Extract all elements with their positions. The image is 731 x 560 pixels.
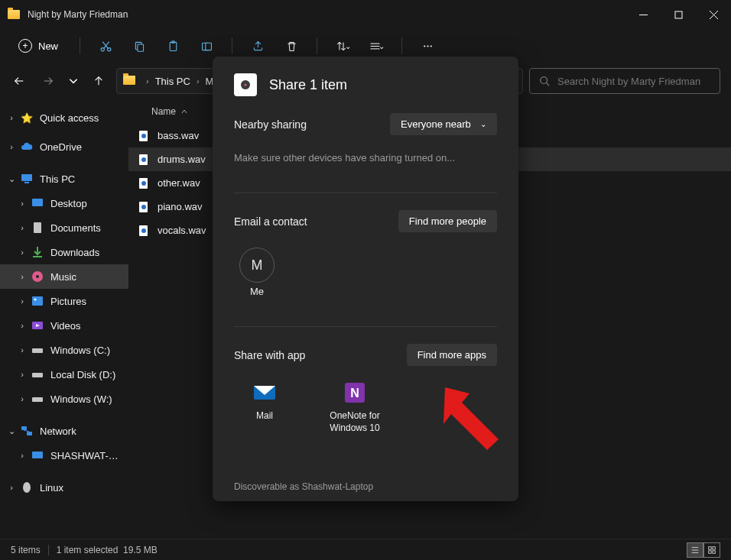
svg-line-38 [24,430,29,432]
file-name: other.wav [158,177,200,189]
cloud-icon [20,140,34,154]
chevron-right-icon: › [17,345,28,354]
folder-icon [123,76,137,86]
titlebar: Night by Marty Friedman [0,0,731,29]
window-title: Night by Marty Friedman [28,9,625,20]
chevron-down-icon: ⌄ [345,42,351,50]
svg-point-5 [107,47,110,50]
paste-button[interactable] [158,32,187,60]
sidebar-item-music[interactable]: ›Music [0,264,128,289]
star-icon: ⭐ [20,111,34,125]
chevron-down-icon: ⌄ [480,120,486,128]
svg-point-42 [141,134,146,138]
sidebar-item-videos[interactable]: ›Videos [0,313,128,338]
sidebar-item-network[interactable]: ⌄Network [0,419,128,443]
sidebar: ›⭐Quick access ›OneDrive ⌄This PC ›Deskt… [0,99,128,539]
svg-rect-13 [205,43,211,50]
app-label: Mail [256,410,273,422]
svg-rect-22 [21,174,32,181]
cut-button[interactable] [91,32,120,60]
view-details-button[interactable] [687,542,703,558]
svg-rect-39 [32,452,43,458]
audio-file-icon [138,154,150,166]
svg-rect-34 [32,373,43,377]
audio-file-icon [138,225,150,237]
find-people-button[interactable]: Find more people [398,210,497,232]
sidebar-item-shashwat[interactable]: ›SHASHWAT-LAPTOP [0,443,128,468]
column-name[interactable]: Name [151,106,176,117]
svg-point-48 [141,205,146,209]
find-apps-button[interactable]: Find more apps [407,344,497,366]
more-button[interactable] [413,32,442,60]
sidebar-item-onedrive[interactable]: ›OneDrive [0,134,128,159]
nearby-value: Everyone nearb [401,118,471,130]
recent-button[interactable] [66,70,81,92]
chevron-right-icon: › [193,76,203,86]
search-input[interactable] [557,76,710,87]
close-button[interactable] [696,0,731,29]
svg-point-40 [23,482,31,493]
svg-rect-29 [32,296,43,306]
chevron-down-icon: ⌄ [378,42,385,50]
svg-point-18 [427,45,428,47]
forward-button[interactable] [37,70,60,92]
download-icon [31,245,44,259]
mail-icon [252,380,278,406]
sidebar-item-windows-w[interactable]: ›Windows (W:) [0,387,128,411]
svg-text:N: N [350,387,359,400]
minimize-button[interactable] [625,0,661,29]
svg-rect-54 [709,546,711,549]
svg-point-28 [36,275,39,278]
new-button[interactable]: + New [8,36,69,56]
svg-point-30 [34,299,37,301]
breadcrumb-segment[interactable]: This PC [154,76,192,87]
sidebar-item-pictures[interactable]: ›Pictures [0,289,128,313]
chevron-right-icon: › [17,370,28,379]
email-contact-label: Email a contact [234,215,307,228]
status-count: 5 items [11,545,41,555]
up-button[interactable] [87,70,110,92]
file-name: piano.wav [158,201,203,212]
share-button[interactable] [243,32,272,60]
sidebar-item-desktop[interactable]: ›Desktop [0,191,128,215]
folder-icon [8,8,20,21]
chevron-right-icon: › [17,394,28,403]
maximize-button[interactable] [661,0,696,29]
svg-rect-57 [713,550,715,552]
file-name: bass.wav [158,130,199,141]
sidebar-item-quick-access[interactable]: ›⭐Quick access [0,105,128,130]
contact-name: Me [250,286,264,297]
sidebar-item-this-pc[interactable]: ⌄This PC [0,167,128,191]
contact-avatar[interactable]: M [239,248,275,283]
audio-file-icon [138,177,150,189]
delete-button[interactable] [277,32,306,60]
svg-rect-9 [137,44,143,50]
sidebar-item-downloads[interactable]: ›Downloads [0,240,128,264]
svg-rect-37 [27,432,32,435]
svg-rect-35 [32,397,43,402]
network-icon [20,424,34,438]
svg-rect-55 [713,546,715,549]
app-mail[interactable]: Mail [234,380,295,434]
chevron-down-icon: ⌄ [6,174,17,184]
back-button[interactable] [8,70,31,92]
chevron-right-icon: › [143,76,152,86]
nearby-dropdown[interactable]: Everyone nearb⌄ [390,113,497,135]
sidebar-item-linux[interactable]: ›Linux [0,475,128,500]
sort-button[interactable]: ⌄ [328,32,357,60]
search-box[interactable] [529,68,720,94]
svg-rect-56 [709,550,711,552]
svg-rect-23 [24,182,29,183]
svg-rect-33 [32,348,43,353]
rename-button[interactable] [192,32,221,60]
sidebar-item-local-d[interactable]: ›Local Disk (D:) [0,362,128,387]
monitor-icon [20,172,34,186]
sidebar-item-documents[interactable]: ›Documents [0,215,128,240]
view-thumbnails-button[interactable] [703,542,720,558]
chevron-right-icon: › [6,113,17,122]
sidebar-item-windows-c[interactable]: ›Windows (C:) [0,338,128,362]
copy-button[interactable] [125,32,154,60]
svg-point-4 [101,47,104,50]
app-onenote[interactable]: N OneNote for Windows 10 [324,380,385,434]
view-button[interactable]: ⌄ [362,32,391,60]
